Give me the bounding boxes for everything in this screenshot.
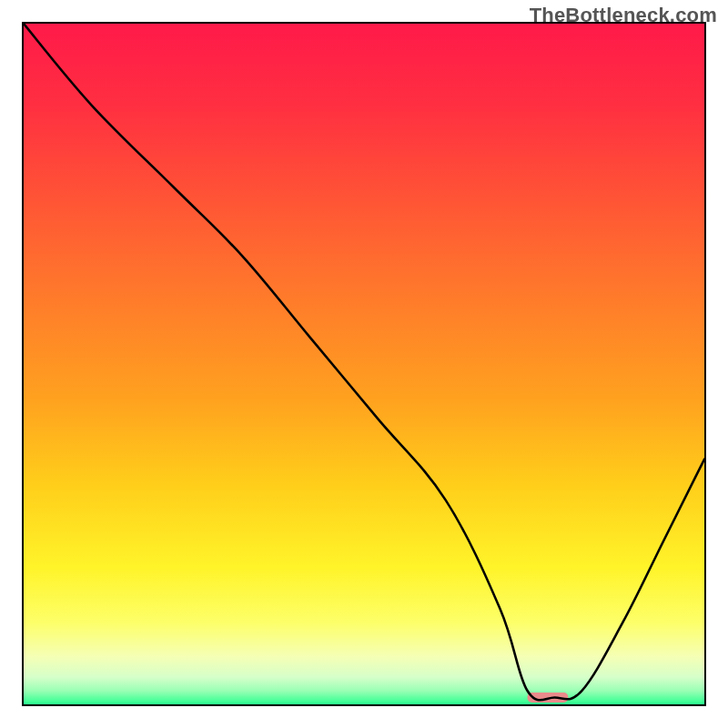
watermark-text: TheBottleneck.com	[530, 4, 717, 27]
bottleneck-chart	[24, 24, 704, 704]
chart-background	[24, 24, 704, 704]
chart-frame	[22, 22, 706, 706]
